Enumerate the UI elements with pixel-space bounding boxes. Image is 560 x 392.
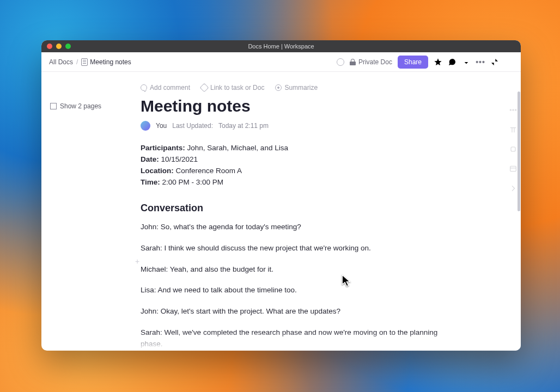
add-block-gutter-button[interactable]: + xyxy=(135,257,139,266)
right-rail xyxy=(509,106,518,193)
author-avatar[interactable] xyxy=(141,121,150,131)
lock-icon xyxy=(350,59,356,65)
svg-rect-4 xyxy=(511,147,515,151)
conversation-line: Lisa: And we need to talk about the time… xyxy=(141,285,439,296)
private-doc-toggle[interactable]: Private Doc xyxy=(350,58,392,66)
comments-button[interactable] xyxy=(448,58,456,66)
page-title[interactable]: Meeting notes xyxy=(141,97,439,115)
favorite-button[interactable] xyxy=(434,58,442,66)
close-doc-button[interactable] xyxy=(504,58,513,66)
breadcrumb: All Docs / Meeting notes xyxy=(49,58,131,66)
conversation-line: Michael: Yeah, and also the budget for i… xyxy=(141,264,439,275)
theme-icon[interactable] xyxy=(337,58,344,66)
svg-point-1 xyxy=(510,109,511,111)
window-title: Docs Home | Workspace xyxy=(41,43,521,50)
breadcrumb-separator: / xyxy=(76,58,78,66)
content-fade xyxy=(133,332,521,351)
pages-icon xyxy=(50,103,57,109)
window-close-button[interactable] xyxy=(47,44,52,49)
document-body: Show 2 pages + Add comment Link to task … xyxy=(41,72,521,351)
app-window: Docs Home | Workspace All Docs / Meeting… xyxy=(41,40,521,351)
breadcrumb-root[interactable]: All Docs xyxy=(49,58,73,66)
svg-rect-5 xyxy=(510,166,516,171)
window-minimize-button[interactable] xyxy=(56,44,62,49)
star-icon xyxy=(434,58,442,66)
show-pages-label: Show 2 pages xyxy=(60,102,101,110)
conversation-heading[interactable]: Conversation xyxy=(141,203,439,214)
window-controls xyxy=(47,44,71,49)
summarize-action[interactable]: Summarize xyxy=(275,84,318,91)
rail-expand-button[interactable] xyxy=(509,184,518,193)
comment-icon xyxy=(141,84,147,91)
more-options-button[interactable]: ••• xyxy=(476,58,485,66)
author-name[interactable]: You xyxy=(156,122,167,130)
top-toolbar: All Docs / Meeting notes Private Doc Sha… xyxy=(41,52,521,72)
date-label: Date: xyxy=(141,155,159,163)
link-task-label: Link to task or Doc xyxy=(210,84,264,91)
conversation-line: John: Okay, let's start with the project… xyxy=(141,306,439,317)
document-icon xyxy=(81,58,88,66)
location-label: Location: xyxy=(141,167,174,175)
document-content: + Add comment Link to task or Doc xyxy=(133,72,521,351)
collapse-button[interactable] xyxy=(490,58,499,66)
add-comment-action[interactable]: Add comment xyxy=(141,84,190,91)
svg-point-2 xyxy=(513,109,514,111)
conversation-body[interactable]: John: So, what's the agenda for today's … xyxy=(141,222,439,351)
breadcrumb-current-label: Meeting notes xyxy=(90,58,131,66)
rail-more-button[interactable] xyxy=(509,106,518,114)
rail-link-button[interactable] xyxy=(509,145,518,154)
collapse-icon xyxy=(490,58,499,66)
svg-marker-0 xyxy=(434,58,441,65)
link-icon xyxy=(200,83,209,93)
left-sidebar: Show 2 pages xyxy=(41,72,133,351)
rail-layout-button[interactable] xyxy=(509,164,518,173)
time-label: Time: xyxy=(141,178,160,186)
sparkle-icon xyxy=(275,84,282,91)
date-value: 10/15/2021 xyxy=(161,155,198,163)
document-meta: You Last Updated: Today at 2:11 pm xyxy=(141,121,439,131)
link-task-action[interactable]: Link to task or Doc xyxy=(201,84,264,91)
window-maximize-button[interactable] xyxy=(65,44,71,49)
private-doc-label: Private Doc xyxy=(358,58,392,66)
conversation-line: John: So, what's the agenda for today's … xyxy=(141,222,439,233)
download-icon xyxy=(462,58,471,66)
document-actions-row: Add comment Link to task or Doc Summariz… xyxy=(141,84,439,91)
close-icon xyxy=(504,58,513,66)
updated-value: Today at 2:11 pm xyxy=(218,122,269,130)
participants-label: Participants: xyxy=(141,144,185,152)
conversation-line: Sarah: I think we should discuss the new… xyxy=(141,243,439,254)
share-button[interactable]: Share xyxy=(398,56,428,69)
chat-icon xyxy=(448,58,456,66)
download-button[interactable] xyxy=(462,58,471,66)
breadcrumb-current[interactable]: Meeting notes xyxy=(81,58,131,66)
svg-point-3 xyxy=(515,109,516,111)
add-comment-label: Add comment xyxy=(150,84,190,91)
window-titlebar: Docs Home | Workspace xyxy=(41,40,521,52)
show-pages-toggle[interactable]: Show 2 pages xyxy=(50,102,127,110)
updated-label: Last Updated: xyxy=(172,122,213,130)
participants-value: John, Sarah, Michael, and Lisa xyxy=(187,144,288,152)
location-value: Conference Room A xyxy=(176,167,242,175)
summarize-label: Summarize xyxy=(284,84,318,91)
meeting-fields[interactable]: Participants: John, Sarah, Michael, and … xyxy=(141,143,439,188)
desktop-wallpaper: Docs Home | Workspace All Docs / Meeting… xyxy=(0,0,560,392)
rail-text-button[interactable] xyxy=(509,125,518,134)
time-value: 2:00 PM - 3:00 PM xyxy=(162,178,224,186)
